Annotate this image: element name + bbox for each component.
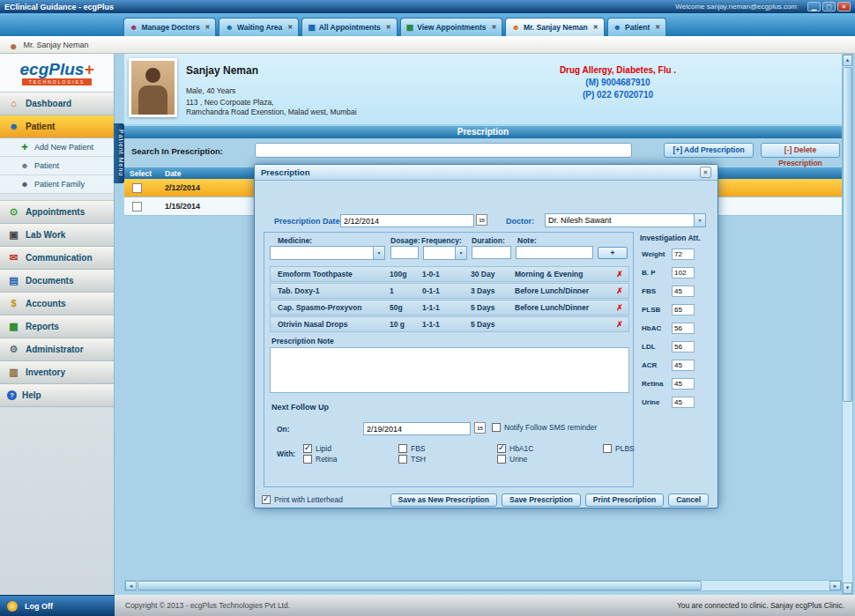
retina-checkbox[interactable] — [303, 455, 312, 464]
delete-medicine-icon[interactable]: ✗ — [611, 286, 628, 295]
sidebar-item-patient-sub[interactable]: Patient — [0, 157, 114, 175]
doctor-select[interactable]: Dr. Nilesh Sawant ▼ — [545, 213, 706, 227]
urine-value-input[interactable] — [672, 397, 695, 408]
delete-medicine-icon[interactable]: ✗ — [611, 303, 628, 312]
tab-close-icon[interactable]: ✕ — [593, 24, 598, 31]
sidebar-item-label: Add New Patient — [34, 143, 93, 152]
sidebar-item-documents[interactable]: Documents — [0, 270, 114, 293]
sidebar-item-reports[interactable]: Reports — [0, 315, 114, 338]
sidebar-item-communication[interactable]: Communication — [0, 247, 114, 270]
delete-prescription-button[interactable]: [-] Delete Prescription — [761, 143, 840, 158]
plsb-input[interactable] — [672, 304, 695, 315]
log-off-button[interactable]: Log Off — [0, 595, 115, 616]
delete-medicine-icon[interactable]: ✗ — [611, 270, 628, 278]
scroll-down-icon[interactable]: ▼ — [843, 583, 852, 594]
maximize-icon[interactable]: ▢ — [822, 2, 836, 11]
tsh-label: TSH — [411, 455, 426, 464]
tab-all-appointments[interactable]: All Appointments ✕ — [301, 18, 397, 36]
scroll-left-icon[interactable]: ◄ — [125, 581, 137, 590]
family-icon — [19, 181, 30, 189]
scrollbar-track[interactable] — [843, 402, 852, 583]
note-input[interactable] — [516, 246, 593, 259]
patient-menu-tab[interactable]: Patient Menu — [114, 123, 124, 183]
gear-icon — [7, 345, 20, 354]
print-prescription-button[interactable]: Print Prescription — [585, 494, 664, 507]
frequency-select[interactable]: ▼ — [423, 246, 467, 260]
sidebar-item-inventory[interactable]: Inventory — [0, 361, 114, 384]
tsh-checkbox[interactable] — [398, 455, 407, 464]
dosage-input[interactable] — [390, 246, 419, 259]
sidebar-item-help[interactable]: Help — [0, 384, 114, 407]
scroll-right-icon[interactable]: ► — [829, 581, 841, 590]
tab-close-icon[interactable]: ✕ — [655, 24, 660, 31]
calendar-icon[interactable]: 15 — [476, 214, 487, 226]
tab-close-icon[interactable]: ✕ — [386, 24, 391, 31]
dialog-header[interactable]: Prescription ✕ — [255, 165, 717, 181]
medicine-note-cell: Before Lunch/Dinner — [515, 286, 611, 295]
sidebar-item-patient[interactable]: Patient — [0, 115, 114, 138]
dosage-label: Dosage: — [390, 236, 420, 245]
hbac-input[interactable] — [672, 323, 695, 334]
save-prescription-button[interactable]: Save Prescription — [502, 494, 581, 507]
investigation-label: Urine — [642, 398, 672, 406]
bp-input[interactable] — [672, 267, 695, 278]
close-icon[interactable]: ✕ — [837, 2, 851, 11]
row-checkbox[interactable] — [132, 183, 142, 193]
add-prescription-button[interactable]: [+] Add Prescription — [664, 143, 754, 158]
save-as-new-prescription-button[interactable]: Save as New Prescription — [390, 494, 497, 507]
tab-view-appointments[interactable]: View Appointments ✕ — [400, 18, 503, 36]
sidebar-item-dashboard[interactable]: Dashboard — [0, 93, 114, 115]
tab-mr-sanjay-neman[interactable]: Mr. Sanjay Neman ✕ — [505, 18, 604, 36]
horizontal-scrollbar[interactable]: ◄ ► — [124, 580, 842, 591]
medicine-frequency-cell: 1-1-1 — [422, 320, 471, 329]
print-letterhead-checkbox[interactable] — [262, 495, 271, 504]
follow-up-date-input[interactable] — [363, 422, 471, 435]
medicine-select[interactable]: ▼ — [270, 246, 385, 260]
prescription-note-textarea[interactable] — [270, 347, 629, 393]
delete-medicine-icon[interactable]: ✗ — [611, 320, 628, 329]
acr-input[interactable] — [672, 360, 695, 371]
dialog-close-icon[interactable]: ✕ — [700, 167, 711, 178]
tab-close-icon[interactable]: ✕ — [205, 24, 211, 31]
retina-input[interactable] — [672, 378, 695, 390]
scrollbar-thumb[interactable] — [843, 67, 852, 402]
sidebar-item-accounts[interactable]: Accounts — [0, 293, 114, 315]
vertical-scrollbar[interactable]: ▲ ▼ — [842, 54, 853, 595]
ldl-input[interactable] — [672, 341, 695, 353]
fbs-checkbox[interactable] — [398, 444, 407, 453]
urine-checkbox[interactable] — [497, 455, 506, 464]
medicine-form-panel: Medicine: Dosage: Frequency: Duration: N… — [264, 232, 634, 487]
investigation-panel: Investigation Att. Weight B. P FBS PLSB — [640, 234, 714, 489]
cancel-button[interactable]: Cancel — [668, 494, 709, 507]
tab-manage-doctors[interactable]: Manage Doctors ✕ — [123, 18, 216, 36]
weight-input[interactable] — [672, 249, 695, 260]
calendar-icon[interactable]: 15 — [474, 422, 486, 434]
row-checkbox[interactable] — [132, 202, 142, 212]
duration-input[interactable] — [472, 246, 511, 259]
sidebar-item-lab-work[interactable]: Lab Work — [0, 224, 114, 247]
tab-close-icon[interactable]: ✕ — [287, 24, 293, 31]
scrollbar-thumb[interactable] — [138, 581, 702, 590]
medicine-note-cell: Morning & Evening — [515, 270, 611, 278]
lipid-checkbox[interactable] — [303, 444, 312, 453]
add-medicine-button[interactable]: + — [598, 247, 628, 259]
sidebar-item-administrator[interactable]: Administrator — [0, 338, 114, 361]
prescription-date-input[interactable] — [340, 214, 474, 227]
tab-waiting-area[interactable]: Waiting Area ✕ — [219, 18, 299, 36]
tab-patient[interactable]: Patient ✕ — [607, 18, 667, 36]
minimize-icon[interactable]: ▁ — [807, 2, 821, 11]
sidebar-item-add-new-patient[interactable]: Add New Patient — [0, 138, 114, 157]
sidebar-item-appointments[interactable]: Appointments — [0, 201, 114, 224]
scroll-up-icon[interactable]: ▲ — [843, 55, 852, 66]
search-input[interactable] — [255, 143, 632, 158]
plbs-checkbox[interactable] — [603, 444, 612, 453]
medicine-label: Medicine: — [278, 236, 312, 245]
sidebar-divider — [0, 194, 114, 201]
sidebar-item-patient-family[interactable]: Patient Family — [0, 175, 114, 194]
fbs-input[interactable] — [672, 286, 695, 297]
sms-reminder-checkbox[interactable] — [492, 423, 501, 432]
investigation-label: LDL — [642, 343, 672, 351]
tab-close-icon[interactable]: ✕ — [492, 24, 497, 31]
boxes-icon — [7, 367, 20, 377]
hba1c-checkbox[interactable] — [497, 444, 506, 453]
